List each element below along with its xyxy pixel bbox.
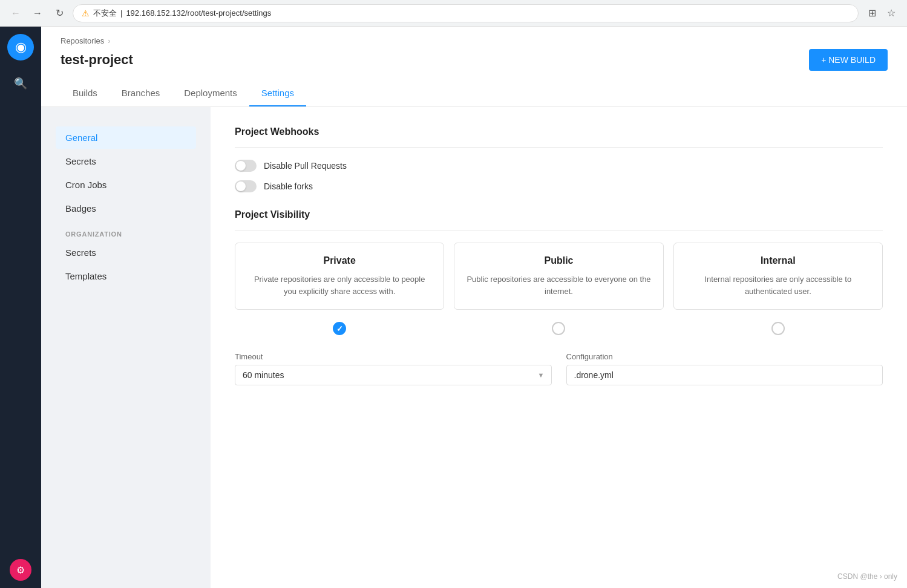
configuration-group: Configuration	[566, 352, 883, 385]
internal-desc: Internal repositories are only accessibl…	[686, 273, 870, 297]
settings-nav-org-secrets[interactable]: Secrets	[56, 241, 196, 264]
timeout-group: Timeout 30 minutes 60 minutes 90 minutes…	[235, 352, 552, 385]
reload-button[interactable]: ↻	[51, 5, 68, 22]
visibility-card-public: Public Public repositories are accessibl…	[454, 243, 663, 310]
settings-nav-templates[interactable]: Templates	[56, 265, 196, 287]
visibility-divider	[235, 230, 883, 230]
visibility-radio-row	[235, 322, 883, 335]
sidebar: ◉ 🔍 ⚙	[0, 27, 41, 588]
settings-nav-badges[interactable]: Badges	[56, 197, 196, 220]
configuration-label: Configuration	[566, 352, 883, 361]
warning-text: 不安全	[93, 8, 117, 19]
settings-main: Project Webhooks Disable Pull Requests D…	[211, 107, 907, 588]
timeout-label: Timeout	[235, 352, 552, 361]
logo[interactable]: ◉	[7, 34, 34, 60]
page-header: Repositories › test-project + NEW BUILD …	[41, 27, 907, 107]
logo-icon: ◉	[15, 39, 27, 55]
webhooks-section: Project Webhooks Disable Pull Requests D…	[235, 126, 883, 192]
settings-nav-general[interactable]: General	[56, 126, 196, 149]
public-title: Public	[467, 255, 650, 266]
radio-cell-internal	[673, 322, 883, 335]
tab-settings[interactable]: Settings	[249, 80, 306, 106]
visibility-cards: Private Private repositories are only ac…	[235, 243, 883, 310]
disable-forks-toggle[interactable]	[235, 180, 257, 192]
settings-sidebar: General Secrets Cron Jobs Badges Organiz…	[41, 107, 211, 588]
breadcrumb: Repositories ›	[61, 36, 888, 45]
content-area: General Secrets Cron Jobs Badges Organiz…	[41, 107, 907, 588]
user-avatar[interactable]: ⚙	[10, 559, 31, 581]
security-warning-icon: ⚠	[82, 8, 90, 18]
search-nav-icon[interactable]: 🔍	[10, 73, 31, 94]
page-title-row: test-project + NEW BUILD	[61, 49, 888, 71]
settings-nav-cron-jobs[interactable]: Cron Jobs	[56, 174, 196, 196]
visibility-card-private: Private Private repositories are only ac…	[235, 243, 444, 310]
bookmark-button[interactable]: ☆	[883, 5, 900, 22]
back-button[interactable]: ←	[7, 5, 24, 22]
main-area: Repositories › test-project + NEW BUILD …	[41, 27, 907, 588]
new-build-button[interactable]: + NEW BUILD	[809, 49, 888, 71]
tabs: Builds Branches Deployments Settings	[61, 80, 888, 106]
tab-builds[interactable]: Builds	[61, 80, 110, 106]
breadcrumb-repositories[interactable]: Repositories	[61, 36, 104, 45]
page-title: test-project	[61, 52, 133, 68]
private-title: Private	[247, 255, 431, 266]
browser-chrome: ← → ↻ ⚠ 不安全 | 192.168.152.132/root/test-…	[0, 0, 907, 27]
address-bar[interactable]: ⚠ 不安全 | 192.168.152.132/root/test-projec…	[73, 4, 859, 22]
visibility-title: Project Visibility	[235, 209, 883, 220]
visibility-card-internal: Internal Internal repositories are only …	[673, 243, 883, 310]
internal-title: Internal	[686, 255, 870, 266]
disable-forks-row: Disable forks	[235, 180, 883, 192]
settings-nav-secrets[interactable]: Secrets	[56, 150, 196, 172]
radio-cell-private	[235, 322, 444, 335]
public-desc: Public repositories are accessible to ev…	[467, 273, 650, 297]
breadcrumb-separator: ›	[108, 36, 110, 45]
url-separator: |	[120, 8, 122, 18]
forward-button[interactable]: →	[29, 5, 46, 22]
timeout-select-wrapper: 30 minutes 60 minutes 90 minutes 120 min…	[235, 365, 552, 385]
disable-forks-label: Disable forks	[264, 181, 313, 191]
url-text: 192.168.152.132/root/test-project/settin…	[126, 8, 271, 18]
search-icon: 🔍	[14, 77, 27, 90]
translate-button[interactable]: ⊞	[863, 5, 880, 22]
webhooks-divider	[235, 147, 883, 148]
radio-internal[interactable]	[771, 322, 785, 335]
browser-action-buttons: ⊞ ☆	[863, 5, 900, 22]
disable-pull-requests-toggle[interactable]	[235, 160, 257, 172]
organization-label: Organization	[56, 221, 196, 241]
configuration-input[interactable]	[566, 365, 883, 385]
avatar-icon: ⚙	[16, 564, 25, 576]
disable-pull-requests-label: Disable Pull Requests	[264, 161, 347, 171]
tab-deployments[interactable]: Deployments	[172, 80, 249, 106]
visibility-section: Project Visibility Private Private repos…	[235, 209, 883, 335]
radio-public[interactable]	[552, 322, 565, 335]
private-desc: Private repositories are only accessible…	[247, 273, 431, 297]
webhooks-title: Project Webhooks	[235, 126, 883, 137]
disable-pull-requests-row: Disable Pull Requests	[235, 160, 883, 172]
sidebar-bottom: ⚙	[10, 559, 31, 581]
radio-private[interactable]	[333, 322, 346, 335]
radio-cell-public	[454, 322, 663, 335]
timeout-config-row: Timeout 30 minutes 60 minutes 90 minutes…	[235, 352, 883, 385]
app-layout: ◉ 🔍 ⚙ Repositories › test-project + NEW …	[0, 27, 907, 588]
watermark: CSDN @the › only	[837, 572, 897, 581]
timeout-select[interactable]: 30 minutes 60 minutes 90 minutes 120 min…	[235, 365, 552, 385]
tab-branches[interactable]: Branches	[110, 80, 172, 106]
